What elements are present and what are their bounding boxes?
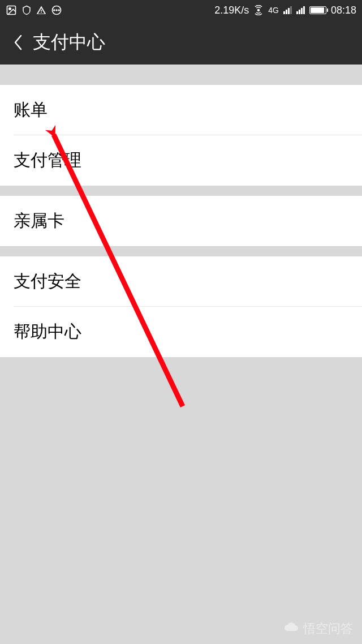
- list-item-family-card[interactable]: 亲属卡: [0, 196, 362, 246]
- content: 账单 支付管理 亲属卡 支付安全 帮助中心: [0, 85, 362, 357]
- svg-point-6: [258, 10, 260, 11]
- list-item-label: 帮助中心: [14, 322, 81, 341]
- back-button[interactable]: [7, 25, 29, 59]
- shield-icon: [21, 5, 32, 15]
- list-item-label: 支付管理: [14, 151, 81, 169]
- warning-icon: [36, 5, 46, 15]
- status-right: 2.19K/s 4G 08:18: [214, 5, 356, 16]
- net-speed: 2.19K/s: [214, 5, 249, 16]
- more-icon: [51, 5, 62, 16]
- watermark: 悟空问答: [283, 620, 353, 637]
- list-item-label: 亲属卡: [14, 211, 64, 230]
- status-left: [6, 5, 62, 16]
- signal-icon-2: [296, 6, 305, 14]
- hotspot-icon: [253, 5, 264, 15]
- svg-point-5: [58, 10, 59, 11]
- list-item-payment-management[interactable]: 支付管理: [0, 135, 362, 186]
- svg-point-1: [9, 8, 11, 10]
- status-time: 08:18: [331, 5, 356, 16]
- list-group: 账单 支付管理: [0, 85, 362, 186]
- list-item-help-center[interactable]: 帮助中心: [0, 307, 362, 357]
- network-label: 4G: [268, 6, 279, 15]
- nav-bar: 支付中心: [0, 20, 362, 65]
- svg-point-3: [54, 10, 55, 11]
- list-group: 支付安全 帮助中心: [0, 256, 362, 357]
- battery-icon: [309, 6, 326, 14]
- cloud-icon: [283, 621, 300, 637]
- chevron-left-icon: [13, 33, 23, 51]
- list-item-payment-security[interactable]: 支付安全: [0, 256, 362, 307]
- status-bar: 2.19K/s 4G 08:18: [0, 0, 362, 20]
- list-item-label: 账单: [14, 100, 48, 119]
- watermark-text: 悟空问答: [303, 620, 353, 637]
- list-item-label: 支付安全: [14, 272, 81, 290]
- list-item-bills[interactable]: 账单: [0, 85, 362, 135]
- signal-icon: [283, 6, 292, 14]
- svg-point-4: [56, 10, 57, 11]
- page-title: 支付中心: [33, 30, 105, 55]
- image-icon: [6, 5, 17, 16]
- list-group: 亲属卡: [0, 196, 362, 246]
